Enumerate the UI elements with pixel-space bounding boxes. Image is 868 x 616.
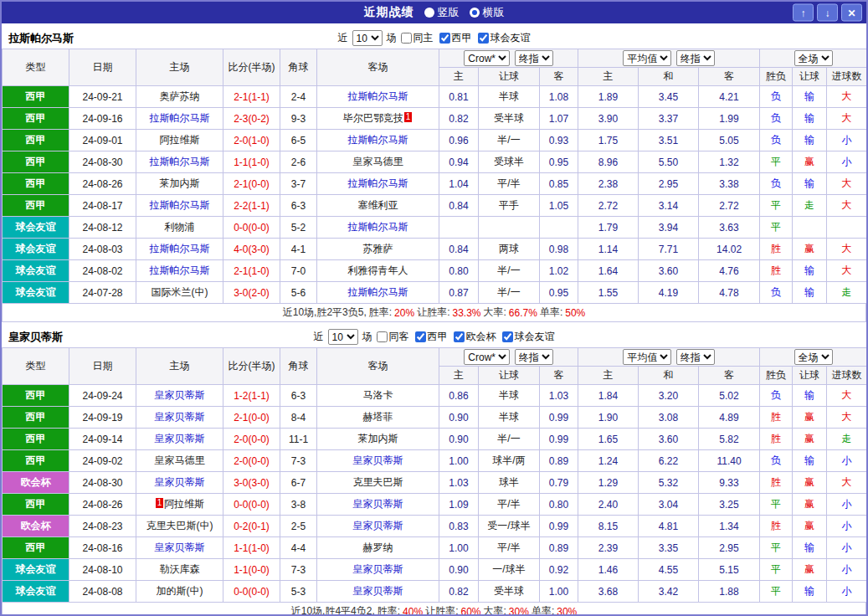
avg-stage-select[interactable]: 终指 [676,349,715,365]
match-type: 球会友谊 [3,260,69,282]
odds-away: 1.03 [540,385,578,407]
team-text: 皇家马德里 [155,454,205,466]
odds-handicap: 球半/两 [479,450,540,472]
results-table: 类型 日期 主场 比分(半场) 角球 客场 Crow* 终指 平均值 终指 [2,347,867,603]
layout-radio-horizontal[interactable]: 横版 [470,5,505,20]
odds-home: 0.90 [439,407,479,429]
team-text: 奥萨苏纳 [160,90,200,102]
filter-checkbox-同主[interactable]: 同主 [401,31,434,45]
avg-draw: 3.45 [639,86,699,108]
handicap-result-cell: 赢 [793,239,827,260]
team-text: 克里夫巴斯(中) [146,520,213,531]
match-score: 0-2(0-1) [223,516,280,537]
sub-goals: 进球数 [827,367,867,385]
home-team: 莱加内斯 [136,173,223,195]
odds-handicap: 受球半 [479,151,540,173]
handicap-result-cell: 输 [793,130,827,151]
match-score: 0-0(0-0) [223,581,280,603]
match-row: 西甲24-08-30拉斯帕尔马斯1-1(1-0)2-6皇家马德里0.94受球半0… [3,151,867,173]
filter-checkbox-group: 同主西甲球会友谊 [401,31,531,45]
checkbox-input[interactable] [439,33,450,44]
summary-stat-label: 胜率: [378,604,400,616]
filter-checkbox-球会友谊[interactable]: 球会友谊 [502,330,555,344]
layout-radio-vertical[interactable]: 竖版 [424,5,460,20]
match-row: 球会友谊24-07-28国际米兰(中)3-0(2-0)5-6拉斯帕尔马斯0.87… [3,282,867,304]
home-team: 国际米兰(中) [136,282,223,304]
goals-result-cell: 大 [827,472,867,494]
bookmaker-select[interactable]: Crow* [464,349,510,365]
match-date: 24-09-14 [69,429,136,450]
checkbox-input[interactable] [377,331,388,342]
avg-home: 8.15 [578,516,639,537]
avg-type-select[interactable]: 平均值 [623,50,671,66]
match-type: 西甲 [3,151,69,173]
corner-score: 2-5 [280,516,317,537]
corner-score: 6-5 [280,130,317,151]
checkbox-input[interactable] [478,33,489,44]
filter-checkbox-欧会杯[interactable]: 欧会杯 [454,330,496,344]
team-text: 赫塔菲 [363,411,393,423]
match-type: 球会友谊 [3,239,69,260]
match-row: 球会友谊24-08-08加的斯(中)0-0(0-0)5-3皇家贝蒂斯0.82受半… [3,581,867,603]
match-score: 2-3(0-2) [223,108,280,130]
odds-handicap [479,217,540,239]
filter-checkbox-西甲[interactable]: 西甲 [415,330,448,344]
scope-header: 全场 [760,49,867,68]
checkbox-input[interactable] [502,331,513,342]
odds-home: 0.94 [439,151,479,173]
odds-stage-select[interactable]: 终指 [515,50,553,66]
sub-avg-draw: 和 [639,68,699,86]
away-team: 莱加内斯 [317,429,439,450]
odds-away: 1.05 [540,195,578,217]
match-date: 24-09-16 [69,108,136,130]
sub-odds-home: 主 [439,68,479,86]
avg-type-select[interactable]: 平均值 [623,349,671,365]
match-date: 24-08-08 [69,581,136,603]
scope-select[interactable]: 全场 [794,349,833,365]
checkbox-input[interactable] [401,33,412,44]
filter-checkbox-球会友谊[interactable]: 球会友谊 [478,31,531,45]
match-row: 西甲24-08-26莱加内斯2-1(0-0)3-7拉斯帕尔马斯1.04平/半0.… [3,173,867,195]
avg-stage-select[interactable]: 终指 [676,50,715,66]
close-button[interactable]: ✕ [841,4,862,22]
recent-count-select[interactable]: 10 [328,329,358,345]
match-type: 球会友谊 [3,581,69,603]
avg-away: 5.02 [699,385,760,407]
result-cell: 平 [760,195,793,217]
checkbox-input[interactable] [454,331,465,342]
team-text: 皇家马德里 [353,156,403,167]
avg-draw: 4.55 [639,559,699,581]
goals-result-cell: 大 [827,260,867,282]
avg-home: 1.24 [578,450,639,472]
move-up-button[interactable]: ↑ [793,4,814,22]
sub-odds-away: 客 [540,367,578,385]
goals-result-cell: 小 [827,537,867,559]
odds-handicap: 平/半 [479,537,540,559]
team-text: 毕尔巴鄂竞技 [343,112,403,124]
match-date: 24-08-10 [69,559,136,581]
avg-home: 1.79 [578,217,639,239]
odds-stage-select[interactable]: 终指 [515,349,553,365]
match-type: 西甲 [3,173,69,195]
corner-score: 2-6 [280,151,317,173]
filter-checkbox-西甲[interactable]: 西甲 [439,31,472,45]
match-score: 0-0(0-0) [223,217,280,239]
recent-count-select[interactable]: 10 [352,30,383,46]
scope-select[interactable]: 全场 [794,50,833,66]
checkbox-label: 同客 [389,330,409,344]
checkbox-input[interactable] [415,331,426,342]
goals-result-cell: 小 [827,516,867,537]
move-down-button[interactable]: ↓ [817,4,838,22]
filter-row: 皇家贝蒂斯 近 10 场 同客西甲欧会杯球会友谊 [2,326,866,347]
odds-away: 0.89 [540,537,578,559]
match-score: 2-0(1-0) [223,130,280,151]
summary-stat-value: 33.3% [452,307,480,319]
summary-stat-label: 大率: [484,305,506,320]
result-cell: 平 [760,537,793,559]
bookmaker-select[interactable]: Crow* [464,50,510,66]
team-text: 皇家贝蒂斯 [155,476,205,488]
filter-checkbox-同客[interactable]: 同客 [377,330,409,344]
col-type: 类型 [3,348,69,385]
home-team: 皇家贝蒂斯 [136,429,223,450]
goals-result-cell: 小 [827,151,867,173]
